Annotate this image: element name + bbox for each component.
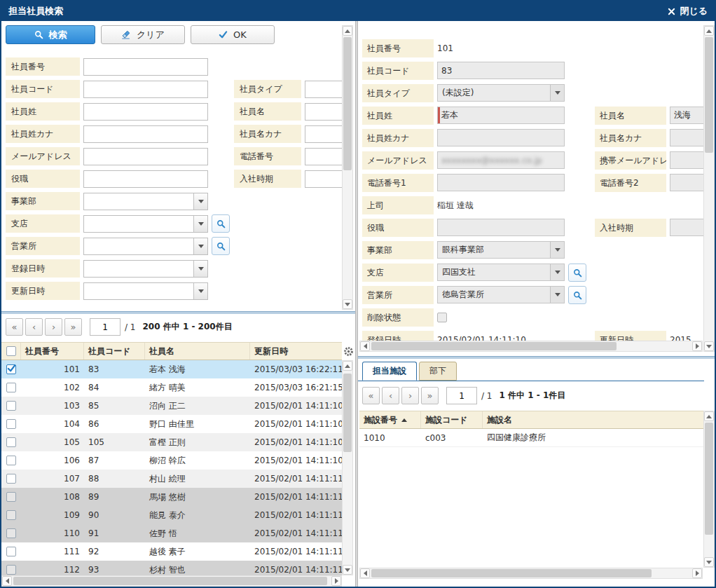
row-checkbox[interactable] xyxy=(6,547,16,556)
right-panel-splitter[interactable] xyxy=(358,356,715,359)
column-header[interactable]: 更新日時 xyxy=(250,343,342,360)
first-page-button[interactable]: « xyxy=(362,387,380,404)
scroll-down-button[interactable] xyxy=(704,341,714,351)
scroll-thumb[interactable] xyxy=(371,569,652,577)
row-checkbox[interactable] xyxy=(6,401,16,411)
scroll-thumb[interactable] xyxy=(343,37,352,170)
search-dropdown[interactable] xyxy=(83,282,208,300)
column-header[interactable]: 施設コード xyxy=(421,411,483,428)
column-header[interactable]: 施設名 xyxy=(483,411,703,428)
lookup-search-button[interactable] xyxy=(568,286,586,304)
detail-input[interactable]: 83 xyxy=(437,62,565,79)
scroll-down-button[interactable] xyxy=(343,565,352,575)
employee-row[interactable]: 10284緒方 晴美2015/03/03 16:21:15 xyxy=(1,378,342,397)
search-form-vscrollbar[interactable] xyxy=(342,25,353,310)
last-page-button[interactable]: » xyxy=(421,387,439,404)
search-dropdown[interactable] xyxy=(83,193,208,210)
column-header[interactable]: 施設番号 xyxy=(359,411,421,428)
select-all-checkbox[interactable] xyxy=(6,346,16,356)
search-text-input[interactable] xyxy=(305,170,342,188)
detail-input[interactable] xyxy=(437,129,565,146)
column-settings-button[interactable] xyxy=(343,345,354,357)
scroll-thumb[interactable] xyxy=(343,374,352,452)
search-text-input[interactable] xyxy=(305,148,342,165)
row-checkbox[interactable] xyxy=(6,474,16,484)
detail-hscrollbar[interactable] xyxy=(359,341,703,352)
last-page-button[interactable]: » xyxy=(64,318,82,336)
row-checkbox[interactable] xyxy=(6,510,16,520)
close-button[interactable]: 閉じる xyxy=(668,5,708,18)
row-checkbox[interactable] xyxy=(6,492,16,502)
delete-state-checkbox[interactable] xyxy=(437,313,447,322)
facilities-vscrollbar[interactable] xyxy=(703,411,715,568)
row-checkbox[interactable] xyxy=(6,456,16,465)
detail-input[interactable] xyxy=(437,174,565,191)
search-text-input[interactable] xyxy=(83,170,208,188)
row-checkbox[interactable] xyxy=(6,437,16,447)
dropdown-arrow-icon[interactable] xyxy=(550,287,564,303)
detail-input[interactable] xyxy=(437,219,565,236)
scroll-left-button[interactable] xyxy=(2,576,12,586)
search-text-input[interactable] xyxy=(305,81,342,98)
dropdown-arrow-icon[interactable] xyxy=(550,85,564,101)
row-checkbox[interactable] xyxy=(6,528,16,538)
prev-page-button[interactable]: ‹ xyxy=(382,387,399,404)
employee-row[interactable]: 10788村山 絵理2015/02/01 14:11:11 xyxy=(1,470,342,488)
next-page-button[interactable]: › xyxy=(45,318,62,336)
scroll-left-button[interactable] xyxy=(360,341,370,351)
detail-input[interactable] xyxy=(670,129,704,146)
column-header[interactable]: 社員コード xyxy=(84,343,145,360)
dropdown-arrow-icon[interactable] xyxy=(193,261,207,277)
search-text-input[interactable] xyxy=(83,81,208,98)
column-header[interactable]: 社員番号 xyxy=(21,343,84,360)
page-number-input[interactable] xyxy=(446,387,477,404)
employee-row[interactable]: 10687柳沼 幹広2015/02/01 14:11:10 xyxy=(1,451,342,470)
prev-page-button[interactable]: ‹ xyxy=(25,318,43,336)
employee-row[interactable]: 10385沼向 正二2015/02/01 14:11:10 xyxy=(1,397,342,415)
scroll-right-button[interactable] xyxy=(692,341,702,351)
employee-row[interactable]: 105105富樫 正則2015/02/01 14:11:10 xyxy=(1,433,342,451)
scroll-thumb[interactable] xyxy=(705,423,713,535)
row-checkbox[interactable] xyxy=(6,419,16,429)
next-page-button[interactable]: › xyxy=(401,387,419,404)
search-text-input[interactable] xyxy=(305,125,342,143)
lookup-search-button[interactable] xyxy=(212,237,230,255)
search-text-input[interactable] xyxy=(305,103,342,121)
search-dropdown[interactable] xyxy=(83,215,208,233)
employee-row[interactable]: 10990能見 泰介2015/02/01 14:11:11 xyxy=(1,506,342,524)
page-number-input[interactable] xyxy=(90,318,121,336)
scroll-up-button[interactable] xyxy=(343,26,352,36)
detail-input[interactable]: 浅海 xyxy=(670,107,704,124)
detail-dropdown[interactable]: 徳島営業所 xyxy=(437,286,565,303)
search-text-input[interactable] xyxy=(83,103,208,121)
scroll-up-button[interactable] xyxy=(704,26,714,36)
detail-input[interactable]: xxxxxxxx@xxxxxx.co.jp xyxy=(437,151,565,169)
search-dropdown[interactable] xyxy=(83,260,208,278)
scroll-right-button[interactable] xyxy=(692,568,702,578)
detail-vscrollbar[interactable] xyxy=(703,25,715,352)
scroll-thumb[interactable] xyxy=(705,37,713,153)
clear-button[interactable]: クリア xyxy=(101,25,185,44)
column-header[interactable]: 社員名 xyxy=(145,343,250,360)
dropdown-arrow-icon[interactable] xyxy=(193,216,207,232)
dropdown-arrow-icon[interactable] xyxy=(193,283,207,299)
scroll-left-button[interactable] xyxy=(360,568,370,578)
employee-row[interactable]: 10889馬場 悠樹2015/02/01 14:11:11 xyxy=(1,488,342,506)
row-checkbox[interactable] xyxy=(6,565,16,575)
lookup-search-button[interactable] xyxy=(568,264,586,282)
search-button[interactable]: 検索 xyxy=(6,25,95,44)
first-page-button[interactable]: « xyxy=(6,318,23,336)
tab-subordinates[interactable]: 部下 xyxy=(419,362,457,381)
search-text-input[interactable] xyxy=(83,58,208,76)
dropdown-arrow-icon[interactable] xyxy=(193,238,207,254)
detail-dropdown[interactable]: (未設定) xyxy=(437,84,565,102)
results-vscrollbar[interactable] xyxy=(342,360,353,575)
employee-row[interactable]: 11293杉村 智也2015/02/01 14:11:11 xyxy=(1,561,342,575)
detail-dropdown[interactable]: 四国支社 xyxy=(437,264,565,281)
employee-row[interactable]: 10183若本 浅海2015/03/03 16:22:11 xyxy=(1,360,342,378)
ok-button[interactable]: OK xyxy=(191,25,275,44)
search-text-input[interactable] xyxy=(83,125,208,143)
detail-input[interactable] xyxy=(670,174,704,191)
scroll-up-button[interactable] xyxy=(704,411,714,421)
scroll-up-button[interactable] xyxy=(343,361,352,371)
